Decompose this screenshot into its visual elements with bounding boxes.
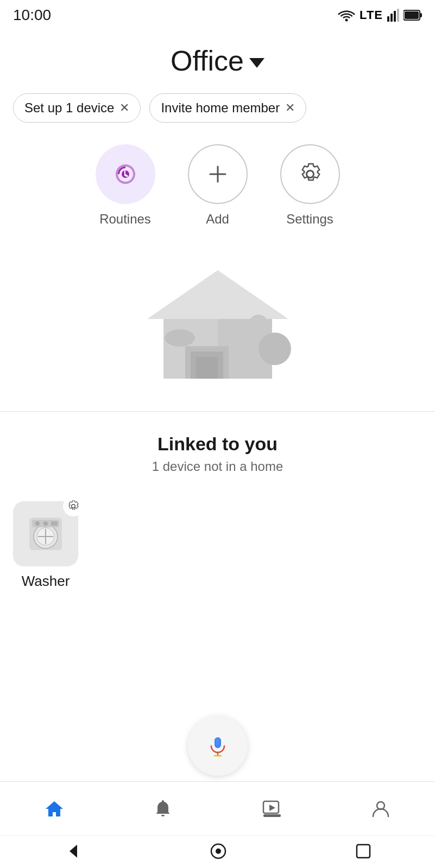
- svg-rect-16: [196, 357, 218, 379]
- svg-point-18: [249, 315, 268, 334]
- media-icon: [261, 798, 283, 820]
- microphone-icon: [206, 734, 230, 758]
- invite-chip-label: Invite home member: [161, 100, 280, 116]
- svg-point-39: [216, 848, 221, 854]
- add-circle: [188, 144, 248, 204]
- recents-button[interactable]: [356, 844, 371, 861]
- dropdown-arrow-icon: [249, 58, 264, 68]
- washer-device-card[interactable]: Washer: [13, 501, 78, 590]
- washer-appliance-icon: [24, 512, 67, 556]
- washer-icon-wrapper: [13, 501, 78, 566]
- back-icon: [64, 843, 81, 860]
- washer-label: Washer: [22, 573, 70, 590]
- setup-chip-label: Set up 1 device: [24, 100, 114, 116]
- svg-rect-32: [216, 738, 219, 746]
- lte-icon: LTE: [360, 8, 383, 22]
- svg-marker-34: [269, 805, 275, 811]
- svg-point-27: [43, 521, 48, 526]
- home-nav-icon: [43, 798, 65, 820]
- empty-home-graphic: [131, 254, 305, 395]
- svg-rect-7: [405, 11, 419, 19]
- svg-rect-1: [387, 16, 389, 22]
- nav-media[interactable]: [261, 798, 283, 820]
- signal-icon: [387, 9, 399, 22]
- add-label: Add: [206, 212, 229, 227]
- system-nav: [0, 835, 435, 868]
- svg-rect-28: [51, 521, 58, 526]
- routines-label: Routines: [99, 212, 151, 227]
- mic-button[interactable]: [188, 716, 248, 776]
- settings-button[interactable]: Settings: [280, 144, 340, 227]
- svg-rect-2: [390, 14, 393, 22]
- svg-point-26: [35, 521, 40, 526]
- invite-chip-close-icon[interactable]: ✕: [285, 102, 295, 114]
- settings-circle: [280, 144, 340, 204]
- svg-marker-37: [70, 845, 77, 858]
- header[interactable]: Office: [0, 28, 435, 88]
- home-title[interactable]: Office: [171, 44, 264, 77]
- home-button[interactable]: [210, 843, 227, 862]
- status-icons: LTE: [338, 8, 422, 22]
- linked-title: Linked to you: [17, 433, 418, 455]
- actions-row: Routines Add Settings: [0, 133, 435, 243]
- add-icon: [206, 162, 230, 186]
- recents-icon: [356, 844, 371, 859]
- svg-rect-40: [357, 845, 370, 858]
- washer-settings-badge: [63, 496, 84, 516]
- settings-icon: [298, 162, 323, 187]
- setup-chip-close-icon[interactable]: ✕: [119, 102, 129, 114]
- nav-home[interactable]: [43, 798, 65, 820]
- home-title-text: Office: [171, 44, 244, 77]
- linked-section: Linked to you 1 device not in a home: [0, 412, 435, 485]
- chips-row: Set up 1 device ✕ Invite home member ✕: [0, 88, 435, 133]
- settings-label: Settings: [286, 212, 333, 227]
- svg-rect-6: [420, 13, 422, 17]
- routines-button[interactable]: Routines: [96, 144, 155, 227]
- home-circle-icon: [210, 843, 227, 860]
- battery-icon: [404, 9, 422, 22]
- bottom-nav: [0, 781, 435, 835]
- add-button[interactable]: Add: [188, 144, 248, 227]
- account-icon: [370, 798, 392, 820]
- invite-chip[interactable]: Invite home member ✕: [149, 93, 306, 123]
- svg-point-17: [259, 333, 291, 365]
- back-button[interactable]: [64, 843, 81, 862]
- svg-point-19: [165, 329, 195, 347]
- routines-circle: [96, 144, 155, 204]
- linked-subtitle: 1 device not in a home: [17, 459, 418, 474]
- nav-notifications[interactable]: [152, 798, 174, 820]
- svg-rect-4: [397, 9, 399, 22]
- mic-area: [0, 705, 435, 781]
- wifi-icon: [338, 9, 355, 22]
- routines-icon: [111, 160, 140, 188]
- setup-chip[interactable]: Set up 1 device ✕: [13, 93, 141, 123]
- svg-rect-35: [263, 814, 281, 817]
- svg-point-0: [345, 19, 348, 22]
- svg-rect-3: [394, 11, 396, 22]
- bell-icon: [152, 798, 174, 820]
- status-bar: 10:00 LTE: [0, 0, 435, 28]
- washer-settings-icon: [67, 500, 80, 513]
- nav-account[interactable]: [370, 798, 392, 820]
- status-time: 10:00: [13, 7, 51, 24]
- house-illustration: [0, 243, 435, 411]
- devices-grid: Washer: [0, 485, 435, 601]
